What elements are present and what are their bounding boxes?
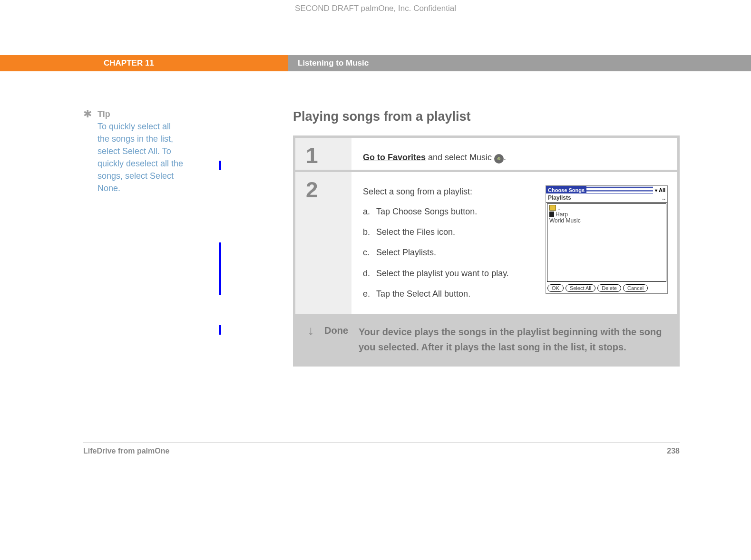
substep-text: Select the playlist you want to play. xyxy=(376,268,509,280)
substep-a: a.Tap Choose Songs button. xyxy=(363,206,536,218)
draft-watermark: SECOND DRAFT palmOne, Inc. Confidential xyxy=(0,0,751,17)
steps-container: 1 Go to Favorites and select Music . 2 S… xyxy=(293,135,680,367)
list-row: World Music xyxy=(549,218,664,224)
change-bar xyxy=(219,242,221,295)
chapter-header: CHAPTER 11 Listening to Music xyxy=(0,55,751,71)
footer-page-number: 238 xyxy=(667,447,680,455)
substep-text: Tap the Select All button. xyxy=(376,288,470,300)
screenshot-list-area: .. Harp World Music xyxy=(547,203,666,282)
substep-text: Select Playlists. xyxy=(376,247,436,259)
substep-letter: c. xyxy=(363,247,371,259)
chapter-label: CHAPTER 11 xyxy=(104,58,154,68)
device-screenshot: Choose Songs All Playlists.. .. Harp Wor… xyxy=(546,185,668,294)
list-row: .. xyxy=(549,205,664,212)
chapter-title: Listening to Music xyxy=(298,58,369,68)
list-row-text: World Music xyxy=(549,217,581,224)
done-text: Your device plays the songs in the playl… xyxy=(359,324,668,355)
step-number-cell: 1 xyxy=(295,138,351,170)
substep-text: Tap Choose Songs button. xyxy=(376,206,477,218)
substep-d: d.Select the playlist you want to play. xyxy=(363,268,536,280)
list-row-text: Harp xyxy=(556,211,568,218)
footer-product: LifeDrive from palmOne xyxy=(83,447,169,455)
step-1: 1 Go to Favorites and select Music . xyxy=(295,138,677,170)
card-icon xyxy=(549,212,554,217)
list-row-text: .. xyxy=(557,205,561,212)
step-2-intro: Select a song from a playlist: xyxy=(363,185,536,198)
done-arrow-icon: ↓ xyxy=(308,324,314,355)
substep-text: Select the Files icon. xyxy=(376,226,455,238)
done-label: Done xyxy=(324,325,348,355)
step-number-cell: 2 xyxy=(295,172,351,314)
done-row: ↓ Done Your device plays the songs in th… xyxy=(295,317,677,364)
delete-button[interactable]: Delete xyxy=(597,284,621,292)
change-bar xyxy=(219,161,221,170)
section-heading: Playing songs from a playlist xyxy=(293,109,680,124)
substep-letter: b. xyxy=(363,226,371,238)
chapter-number-block: CHAPTER 11 xyxy=(0,55,288,71)
screenshot-filter: All xyxy=(653,186,667,193)
cancel-button[interactable]: Cancel xyxy=(623,284,648,292)
step-number: 2 xyxy=(295,172,351,203)
screenshot-dots: .. xyxy=(662,193,665,202)
substep-c: c.Select Playlists. xyxy=(363,247,536,259)
step-number: 1 xyxy=(295,138,351,168)
change-bar xyxy=(219,325,221,335)
tip-star-icon: ✱ xyxy=(83,109,92,195)
chapter-title-block: Listening to Music xyxy=(288,55,751,71)
step-2-sublist: a.Tap Choose Songs button. b.Select the … xyxy=(363,206,536,300)
tip-sidebar: ✱ Tip To quickly select all the songs in… xyxy=(0,109,236,367)
substep-letter: d. xyxy=(363,268,371,280)
substep-letter: a. xyxy=(363,206,371,218)
step-2: 2 Select a song from a playlist: a.Tap C… xyxy=(295,172,677,314)
folder-icon xyxy=(549,205,556,211)
svg-point-1 xyxy=(498,158,499,159)
select-all-button[interactable]: Select All xyxy=(566,284,595,292)
tip-text: To quickly select all the songs in the l… xyxy=(98,120,184,195)
ok-button[interactable]: OK xyxy=(547,284,564,292)
screenshot-subhead: Playlists xyxy=(548,193,571,202)
step-1-text: Go to Favorites and select Music . xyxy=(363,151,668,164)
substep-letter: e. xyxy=(363,288,371,300)
go-to-favorites-link[interactable]: Go to Favorites xyxy=(363,153,426,162)
step-1-mid: and select Music xyxy=(426,153,494,162)
step-1-period: . xyxy=(504,153,506,162)
substep-b: b.Select the Files icon. xyxy=(363,226,536,238)
music-icon xyxy=(494,154,504,164)
page-footer: LifeDrive from palmOne 238 xyxy=(83,443,680,455)
tip-label: Tip xyxy=(98,109,184,119)
substep-e: e.Tap the Select All button. xyxy=(363,288,536,300)
main-content: Playing songs from a playlist 1 Go to Fa… xyxy=(236,109,680,367)
screenshot-title: Choose Songs xyxy=(546,186,586,193)
